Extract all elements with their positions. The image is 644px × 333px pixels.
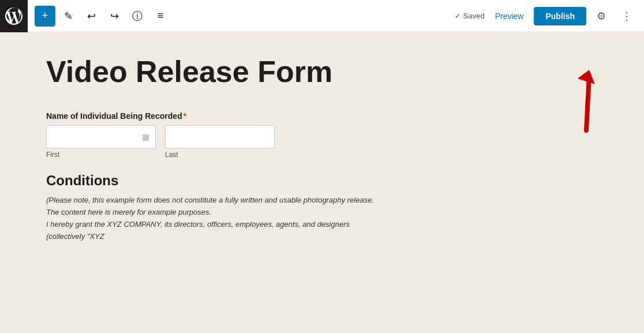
first-name-wrap: ▦ First (46, 125, 156, 159)
plus-icon: + (42, 10, 48, 22)
publish-label: Publish (545, 12, 575, 21)
info-icon: ⓘ (132, 9, 143, 23)
redo-icon: ↪ (110, 10, 119, 23)
conditions-title: Conditions (46, 173, 392, 189)
list-view-icon: ≡ (158, 10, 164, 22)
conditions-text: (Please note, this example form does not… (46, 194, 381, 242)
toolbar: + ✎ ↩ ↪ ⓘ ≡ ✓ Saved Preview Publish ⚙ ⋮ (0, 0, 644, 32)
ellipsis-icon: ⋮ (621, 10, 632, 23)
info-button[interactable]: ⓘ (127, 6, 148, 27)
saved-label: Saved (463, 12, 485, 20)
wp-logo-icon (5, 8, 23, 25)
checkmark-icon: ✓ (455, 12, 461, 20)
first-label: First (46, 151, 156, 159)
annotation-arrow (552, 67, 598, 136)
undo-icon: ↩ (87, 10, 96, 23)
preview-button[interactable]: Preview (489, 8, 530, 24)
first-name-input[interactable]: ▦ (46, 125, 156, 148)
saved-status: ✓ Saved (455, 12, 485, 20)
required-marker: * (184, 111, 186, 121)
more-options-button[interactable]: ⋮ (616, 6, 637, 27)
last-label: Last (165, 151, 275, 159)
pencil-icon: ✎ (64, 10, 73, 23)
settings-button[interactable]: ⚙ (591, 6, 612, 27)
toolbar-right: ✓ Saved Preview Publish ⚙ ⋮ (455, 6, 637, 27)
preview-label: Preview (495, 12, 524, 21)
autocomplete-icon: ▦ (142, 132, 149, 141)
redo-button[interactable]: ↪ (104, 6, 125, 27)
svg-marker-2 (578, 70, 595, 84)
undo-button[interactable]: ↩ (81, 6, 102, 27)
name-fields: ▦ First Last (46, 125, 392, 159)
edit-pencil-button[interactable]: ✎ (58, 6, 78, 27)
publish-button[interactable]: Publish (534, 7, 586, 25)
svg-line-1 (586, 76, 589, 130)
form-section: Name of Individual Being Recorded* ▦ Fir… (46, 111, 392, 242)
main-content: Video Release Form Name of Individual Be… (0, 32, 644, 333)
list-view-button[interactable]: ≡ (150, 6, 171, 27)
name-field-label: Name of Individual Being Recorded* (46, 111, 392, 121)
add-block-button[interactable]: + (35, 6, 55, 27)
last-name-input[interactable] (165, 125, 275, 148)
page-title: Video Release Form (46, 55, 508, 88)
wordpress-logo (0, 0, 28, 32)
last-name-wrap: Last (165, 125, 275, 159)
gear-icon: ⚙ (597, 10, 606, 23)
